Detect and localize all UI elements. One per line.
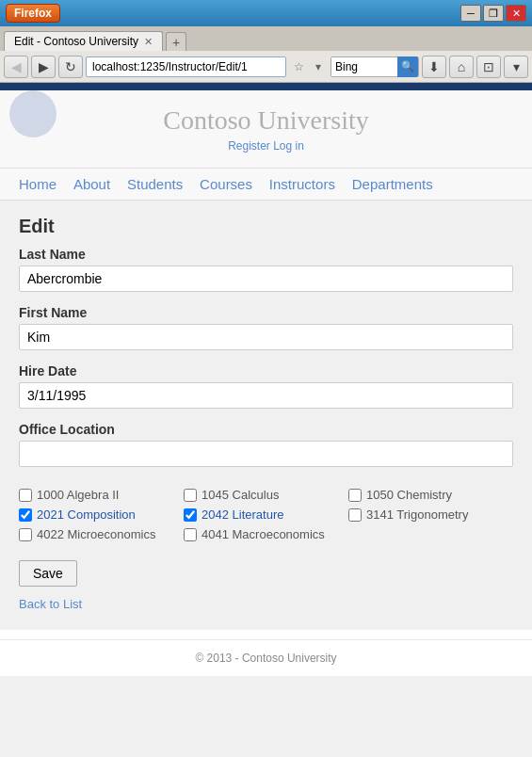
close-button[interactable]: ✕ bbox=[506, 5, 526, 22]
menu-button[interactable]: ▾ bbox=[504, 56, 528, 78]
hire-date-group: Hire Date bbox=[19, 363, 513, 418]
course-item: 1000 Algebra II bbox=[19, 488, 184, 502]
course-item: 2042 Literature bbox=[184, 507, 348, 522]
page-content: Contoso University Register Log in Home … bbox=[0, 90, 532, 757]
course-label-1050: 1050 Chemistry bbox=[366, 488, 452, 502]
search-input[interactable] bbox=[331, 57, 397, 76]
bookmark-buttons: ☆ ▾ bbox=[289, 56, 328, 77]
course-label-1045: 1045 Calculus bbox=[202, 488, 279, 502]
form-title: Edit bbox=[19, 216, 513, 237]
nav-courses[interactable]: Courses bbox=[200, 176, 252, 192]
course-checkbox-1050[interactable] bbox=[348, 489, 362, 502]
nav-home[interactable]: Home bbox=[19, 176, 56, 192]
home-button[interactable]: ⌂ bbox=[449, 56, 474, 78]
title-bar-left: Firefox bbox=[6, 4, 60, 23]
forward-button[interactable]: ▶ bbox=[31, 56, 56, 78]
course-item: 4022 Microeconomics bbox=[19, 527, 184, 541]
course-item: 2021 Composition bbox=[19, 507, 184, 522]
course-label-4041: 4041 Macroeconomics bbox=[202, 527, 325, 541]
last-name-group: Last Name bbox=[19, 247, 513, 301]
last-name-input[interactable] bbox=[19, 266, 513, 292]
tab-bar: Edit - Contoso University ✕ + bbox=[0, 26, 532, 51]
register-link[interactable]: Register bbox=[228, 139, 270, 153]
download-button[interactable]: ⬇ bbox=[422, 56, 446, 78]
save-button[interactable]: Save bbox=[19, 560, 77, 587]
course-item: 1045 Calculus bbox=[184, 488, 348, 502]
site-title: Contoso University bbox=[0, 105, 532, 136]
search-go-button[interactable]: 🔍 bbox=[397, 56, 418, 77]
first-name-input[interactable] bbox=[19, 324, 513, 350]
course-item: 4041 Macroeconomics bbox=[184, 527, 348, 541]
address-bar: ◀ ▶ ↻ ☆ ▾ 🔍 ⬇ ⌂ ⊡ ▾ bbox=[0, 51, 532, 83]
extensions-button[interactable]: ⊡ bbox=[476, 56, 501, 78]
course-item: 3141 Trigonometry bbox=[348, 507, 513, 522]
title-bar: Firefox ─ ❐ ✕ bbox=[0, 0, 532, 26]
courses-grid: 1000 Algebra II1045 Calculus1050 Chemist… bbox=[19, 488, 513, 541]
active-tab[interactable]: Edit - Contoso University ✕ bbox=[4, 31, 163, 51]
course-label-2021: 2021 Composition bbox=[37, 507, 136, 522]
course-checkbox-2042[interactable] bbox=[184, 508, 197, 522]
auth-links: Register Log in bbox=[0, 139, 532, 153]
search-box: 🔍 bbox=[330, 56, 419, 77]
bookmark-arrow-icon[interactable]: ▾ bbox=[309, 56, 328, 77]
footer-copyright: © 2013 - Contoso University bbox=[195, 652, 336, 665]
nav-about[interactable]: About bbox=[73, 176, 110, 192]
hire-date-input[interactable] bbox=[19, 382, 513, 409]
course-label-3141: 3141 Trigonometry bbox=[366, 507, 468, 522]
site-header: Contoso University Register Log in bbox=[0, 90, 532, 169]
course-label-1000: 1000 Algebra II bbox=[37, 488, 119, 502]
browser-window: Firefox ─ ❐ ✕ Edit - Contoso University … bbox=[0, 0, 532, 757]
course-checkbox-4041[interactable] bbox=[184, 528, 197, 541]
office-label: Office Location bbox=[19, 422, 513, 437]
nav-departments[interactable]: Departments bbox=[352, 176, 433, 192]
course-label-2042: 2042 Literature bbox=[202, 507, 283, 522]
address-input[interactable] bbox=[86, 56, 286, 77]
page-footer: © 2013 - Contoso University bbox=[0, 639, 532, 676]
course-checkbox-4022[interactable] bbox=[19, 528, 32, 541]
course-checkbox-1045[interactable] bbox=[184, 489, 197, 502]
office-input[interactable] bbox=[19, 441, 513, 467]
back-link-container: Back to List bbox=[19, 596, 513, 611]
course-checkbox-2021[interactable] bbox=[19, 508, 32, 522]
minimize-button[interactable]: ─ bbox=[460, 5, 481, 22]
new-tab-button[interactable]: + bbox=[166, 32, 186, 51]
reload-button[interactable]: ↻ bbox=[58, 56, 83, 78]
last-name-label: Last Name bbox=[19, 247, 513, 262]
firefox-button[interactable]: Firefox bbox=[6, 4, 60, 23]
course-checkbox-1000[interactable] bbox=[19, 489, 32, 502]
logo-circle bbox=[9, 90, 56, 137]
first-name-group: First Name bbox=[19, 305, 513, 360]
toolbar-strip bbox=[0, 83, 532, 90]
form-area: Edit Last Name First Name Hire Date Offi… bbox=[0, 201, 532, 630]
tab-title: Edit - Contoso University bbox=[14, 35, 138, 48]
restore-button[interactable]: ❐ bbox=[483, 5, 504, 22]
course-checkbox-3141[interactable] bbox=[348, 508, 362, 522]
site-nav: Home About Students Courses Instructors … bbox=[0, 169, 532, 201]
nav-students[interactable]: Students bbox=[127, 176, 183, 192]
back-to-list-link[interactable]: Back to List bbox=[19, 597, 82, 611]
bookmark-star-icon[interactable]: ☆ bbox=[289, 56, 308, 77]
tab-close-icon[interactable]: ✕ bbox=[144, 36, 153, 48]
hire-date-label: Hire Date bbox=[19, 363, 513, 378]
page-inner: Contoso University Register Log in Home … bbox=[0, 90, 532, 676]
course-item: 1050 Chemistry bbox=[348, 488, 513, 502]
back-button[interactable]: ◀ bbox=[4, 56, 28, 78]
window-controls: ─ ❐ ✕ bbox=[460, 5, 526, 22]
nav-instructors[interactable]: Instructors bbox=[269, 176, 335, 192]
office-group: Office Location bbox=[19, 422, 513, 476]
login-link[interactable]: Log in bbox=[273, 139, 304, 153]
course-label-4022: 4022 Microeconomics bbox=[37, 527, 155, 541]
first-name-label: First Name bbox=[19, 305, 513, 320]
